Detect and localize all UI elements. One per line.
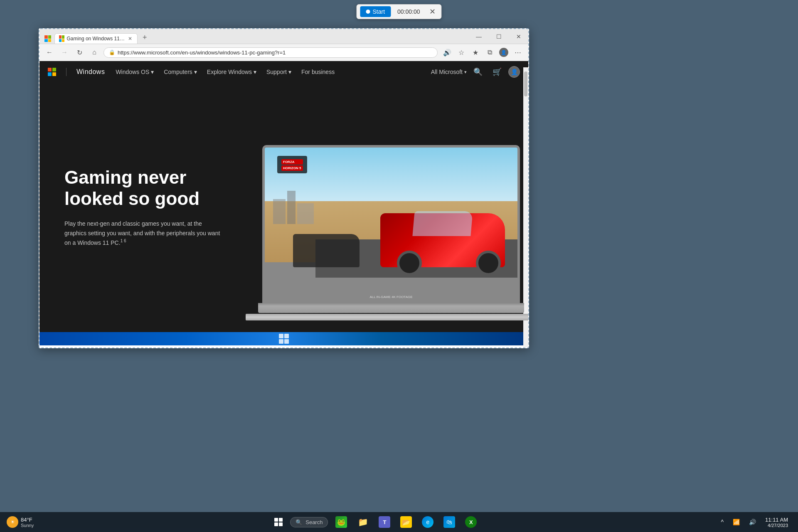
laptop-screen: FORZA HORIZON 5 ALL IN-GAME 4K FOOTAGE [262, 145, 520, 303]
collections-button[interactable]: ⧉ [483, 47, 496, 58]
taskbar-clock[interactable]: 11:11 AM 4/27/2023 [762, 515, 791, 530]
taskbar-app-teams[interactable]: T [376, 514, 393, 530]
lock-icon: 🔒 [109, 49, 115, 55]
network-icon-area[interactable]: 📶 [729, 517, 743, 527]
favorites-star-button[interactable]: ☆ [455, 47, 468, 58]
weather-info: 84°F Sunny [21, 517, 34, 528]
refresh-button[interactable]: ↻ [74, 47, 85, 58]
win11-hero-bar [39, 332, 528, 345]
clock-time: 11:11 AM [765, 517, 788, 523]
nav-right: All Microsoft ▾ 🔍 🛒 👤 [431, 66, 520, 78]
nav-for-business[interactable]: For business [297, 66, 339, 78]
teams-icon: T [379, 516, 390, 528]
laptop-shell: FORZA HORIZON 5 ALL IN-GAME 4K FOOTAGE [262, 145, 520, 320]
user-avatar[interactable]: 👤 [508, 66, 520, 78]
new-tab-button[interactable]: + [139, 32, 150, 44]
browser-top-chrome: Gaming on Windows 11: Windo... ✕ + — ☐ ✕ [39, 29, 528, 44]
nav-computers[interactable]: Computers ▾ [160, 66, 201, 78]
laptop-area: FORZA HORIZON 5 ALL IN-GAME 4K FOOTAGE [246, 91, 528, 332]
nav-items: Windows OS ▾ Computers ▾ Explore Windows… [111, 66, 339, 78]
store-icon: 🛍 [443, 516, 455, 528]
xbox-icon: X [465, 516, 477, 528]
windows-start-logo [274, 518, 283, 526]
nav-windows-os[interactable]: Windows OS ▾ [111, 66, 158, 78]
forward-button[interactable]: → [59, 47, 70, 58]
url-text: https://www.microsoft.com/en-us/windows/… [118, 49, 286, 56]
volume-icon-area[interactable]: 🔊 [746, 517, 759, 527]
browser-toolbar-right: 🔊 ☆ ★ ⧉ 👤 ⋯ [441, 47, 524, 58]
ms-navigation: Windows Windows OS ▾ Computers ▾ Explore… [39, 61, 528, 83]
back-button[interactable]: ← [44, 47, 55, 58]
taskbar: ☀ 84°F Sunny 🔍 Search 🐸 📁 T [0, 512, 798, 532]
record-indicator [366, 10, 370, 14]
start-label: Start [372, 8, 385, 15]
frog-icon: 🐸 [335, 516, 347, 528]
maximize-button[interactable]: ☐ [489, 30, 508, 43]
weather-desc: Sunny [21, 523, 34, 528]
tab-title: Gaming on Windows 11: Windo... [67, 36, 125, 42]
windows-brand: Windows [76, 68, 105, 76]
minimize-button[interactable]: — [469, 30, 488, 43]
capture-timer: 00:00:00 [394, 7, 424, 17]
chevron-up-icon: ^ [721, 519, 724, 525]
more-options-button[interactable]: ⋯ [512, 47, 524, 58]
taskbar-app-filemanager[interactable]: 📂 [398, 514, 414, 530]
laptop-foot [246, 314, 528, 320]
taskbar-center: 🔍 Search 🐸 📁 T 📂 e 🛍 X [34, 514, 717, 530]
taskbar-app-folder[interactable]: 📁 [355, 514, 371, 530]
hero-title: Gaming never looked so good [64, 167, 231, 209]
home-button[interactable]: ⌂ [89, 47, 100, 58]
capture-close-button[interactable]: ✕ [427, 6, 438, 17]
search-nav-button[interactable]: 🔍 [470, 66, 486, 78]
capture-toolbar: Start 00:00:00 ✕ [356, 4, 441, 19]
tab-favicon [59, 35, 64, 42]
forza-logo: FORZA HORIZON 5 [277, 156, 307, 173]
nav-explore-windows[interactable]: Explore Windows ▾ [203, 66, 261, 78]
folder-icon: 📁 [357, 516, 369, 528]
for-business-label: For business [301, 69, 335, 75]
capture-start-button[interactable]: Start [360, 6, 391, 17]
browser-window: Gaming on Windows 11: Windo... ✕ + — ☐ ✕… [39, 28, 529, 348]
nav-divider [66, 68, 66, 76]
hero-subtitle: Play the next-gen and classic games you … [64, 219, 222, 248]
game-content: FORZA HORIZON 5 ALL IN-GAME 4K FOOTAGE [265, 148, 517, 300]
explore-windows-label: Explore Windows [207, 69, 252, 75]
search-icon: 🔍 [296, 519, 302, 525]
taskbar-app-frog[interactable]: 🐸 [333, 514, 350, 530]
taskbar-app-store[interactable]: 🛍 [441, 514, 458, 530]
tab-close-button[interactable]: ✕ [127, 35, 133, 42]
window-controls: — ☐ ✕ [469, 30, 528, 43]
windows-os-label: Windows OS [116, 69, 149, 75]
win11-logo-bar [279, 334, 289, 344]
support-label: Support [266, 69, 287, 75]
hero-section: Gaming never looked so good Play the nex… [39, 83, 528, 332]
read-aloud-button[interactable]: 🔊 [441, 47, 453, 58]
close-window-button[interactable]: ✕ [509, 30, 528, 43]
cart-nav-button[interactable]: 🛒 [489, 66, 505, 78]
forza-subtitle: HORIZON 5 [281, 165, 303, 171]
start-button[interactable] [272, 515, 285, 529]
profile-button[interactable]: 👤 [498, 47, 510, 58]
weather-temp: 84°F [21, 517, 34, 523]
weather-icon: ☀ [7, 516, 18, 528]
all-microsoft-label: All Microsoft [431, 69, 463, 75]
taskbar-app-xbox[interactable]: X [463, 514, 479, 530]
game-footer-note: ALL IN-GAME 4K FOOTAGE [265, 295, 517, 299]
taskbar-app-edge[interactable]: e [419, 514, 436, 530]
taskbar-search[interactable]: 🔍 Search [290, 517, 328, 527]
taskbar-weather[interactable]: ☀ 84°F Sunny [7, 516, 34, 528]
clock-date: 4/27/2023 [765, 523, 788, 528]
address-bar-row: ← → ↻ ⌂ 🔒 https://www.microsoft.com/en-u… [39, 44, 528, 61]
taskbar-right: ^ 📶 🔊 11:11 AM 4/27/2023 [717, 515, 791, 530]
laptop-base [258, 303, 524, 313]
nav-support[interactable]: Support ▾ [262, 66, 296, 78]
favicon-button[interactable] [43, 34, 53, 44]
favorites-button[interactable]: ★ [469, 47, 482, 58]
computers-chevron: ▾ [194, 69, 197, 75]
ms-favicon [44, 35, 51, 42]
game-screen: FORZA HORIZON 5 ALL IN-GAME 4K FOOTAGE [265, 148, 517, 300]
all-microsoft-button[interactable]: All Microsoft ▾ [431, 69, 467, 75]
address-bar[interactable]: 🔒 https://www.microsoft.com/en-us/window… [103, 47, 438, 58]
system-tray[interactable]: ^ [717, 517, 727, 527]
active-tab[interactable]: Gaming on Windows 11: Windo... ✕ [54, 33, 138, 44]
